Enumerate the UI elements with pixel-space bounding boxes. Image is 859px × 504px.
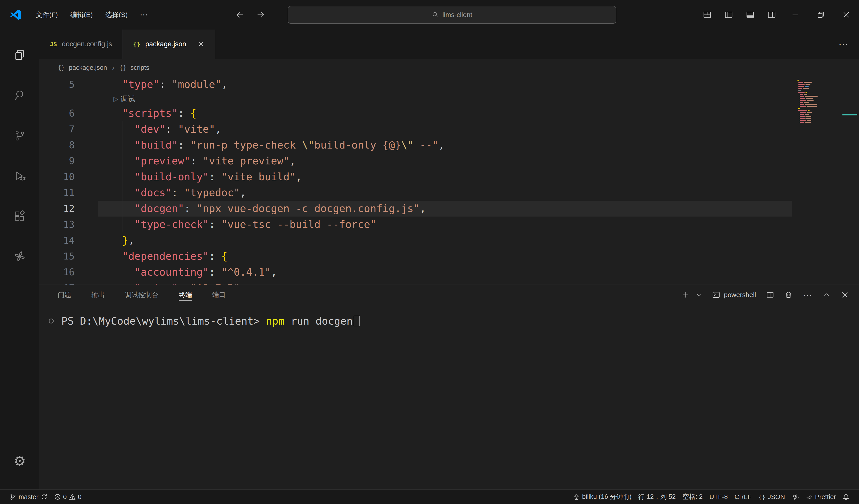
minimize-button[interactable] (782, 0, 808, 30)
activity-extensions[interactable] (0, 196, 40, 236)
activity-source-control[interactable] (0, 115, 40, 156)
encoding-text: UTF-8 (709, 493, 728, 501)
editor-actions-more[interactable]: ⋯ (828, 30, 859, 59)
trash-icon[interactable] (784, 290, 793, 299)
notifications-item[interactable] (839, 493, 853, 500)
code-line-14[interactable]: 14 }, (40, 233, 792, 248)
minimap-mark (804, 82, 812, 83)
line-number: 5 (40, 77, 75, 92)
javascript-file-icon: JS (50, 41, 57, 48)
line-content: "docgen": "npx vue-docgen -c docgen.conf… (110, 201, 426, 217)
close-window-button[interactable] (833, 0, 859, 30)
terminal-output[interactable]: PS D:\MyCode\wylims\lims-client> npm run… (40, 305, 859, 489)
chevron-up-icon[interactable] (822, 290, 831, 299)
code-line-12[interactable]: 12 "docgen": "npx vue-docgen -c docgen.c… (40, 201, 792, 217)
settings-gear-button[interactable]: ⚙ (0, 441, 40, 481)
minimap-mark (798, 88, 802, 89)
line-content: "build": "run-p type-check \"build-only … (110, 137, 444, 153)
panel-tab-debug-console[interactable]: 调试控制台 (125, 285, 159, 305)
split-terminal-icon[interactable] (766, 290, 774, 299)
line-content: "type": "module", (110, 77, 227, 92)
branch-status-item[interactable]: master (6, 490, 51, 504)
panel-tab-terminal[interactable]: 终端 (179, 285, 192, 305)
encoding-item[interactable]: UTF-8 (706, 493, 731, 501)
formatter-status-item[interactable]: Prettier (803, 493, 839, 501)
new-terminal-plus-icon[interactable] (681, 290, 690, 299)
warning-icon (69, 493, 76, 500)
panel-tab-problems[interactable]: 问题 (58, 285, 71, 305)
tab-docgen-config-js[interactable]: JS docgen.config.js (40, 30, 123, 59)
minimap-mark (808, 110, 810, 111)
activity-search[interactable] (0, 75, 40, 115)
line-content: "docs": "typedoc", (110, 185, 246, 201)
code-line-11[interactable]: 11 "docs": "typedoc", (40, 185, 792, 201)
tab-package-json[interactable]: {} package.json (123, 30, 215, 59)
eol-item[interactable]: CRLF (731, 493, 755, 501)
language-mode-item[interactable]: {} JSON (755, 493, 788, 501)
activity-bar: ⚙ (0, 30, 40, 489)
close-panel-icon[interactable] (841, 290, 849, 299)
problems-status-item[interactable]: 0 0 (51, 490, 85, 504)
blame-status-item[interactable]: billku (16 分钟前) (570, 492, 635, 501)
toggle-primary-sidebar-button[interactable] (718, 0, 739, 30)
forward-arrow-icon[interactable] (256, 10, 265, 19)
menu-edit[interactable]: 编辑(E) (64, 6, 99, 23)
line-number: 10 (40, 169, 75, 185)
minimap-mark (800, 118, 804, 119)
command-center-search[interactable]: lims-client (288, 6, 616, 24)
code-line-17[interactable]: 17 "axios": "^1.7.2", (40, 280, 792, 285)
minimap-mark (805, 92, 807, 93)
line-content: "build-only": "vite build", (110, 169, 302, 185)
breadcrumb-item-file[interactable]: package.json (69, 64, 107, 72)
line-content: "type-check": "vue-tsc --build --force" (110, 217, 376, 233)
code-line-8[interactable]: 8 "build": "run-p type-check \"build-onl… (40, 137, 792, 153)
breadcrumb-item-symbol[interactable]: scripts (131, 64, 149, 72)
extension-status-item[interactable] (788, 493, 803, 501)
code-editor[interactable]: 5 "type": "module",▷调试6 "scripts": {7 "d… (40, 77, 859, 285)
customize-layout-button[interactable] (696, 0, 718, 30)
panel-more-ellipsis[interactable]: ⋯ (802, 289, 812, 301)
activity-extension-custom[interactable] (0, 236, 40, 277)
panel-tab-ports[interactable]: 端口 (212, 285, 226, 305)
command-decoration-icon[interactable] (49, 318, 54, 324)
code-line-5[interactable]: 5 "type": "module", (40, 77, 792, 92)
cursor-position-item[interactable]: 行 12，列 52 (635, 492, 679, 501)
terminal-prompt: PS D:\MyCode\wylims\lims-client> (61, 315, 266, 327)
toggle-panel-button[interactable] (739, 0, 761, 30)
activity-explorer[interactable] (0, 35, 40, 75)
code-line-16[interactable]: 16 "accounting": "^0.4.1", (40, 264, 792, 280)
menu-file[interactable]: 文件(F) (30, 6, 64, 23)
code-line-13[interactable]: 13 "type-check": "vue-tsc --build --forc… (40, 217, 792, 233)
menu-selection[interactable]: 选择(S) (99, 6, 134, 23)
activity-run-debug[interactable] (0, 156, 40, 196)
restore-button[interactable] (808, 0, 833, 30)
formatter-text: Prettier (815, 493, 836, 501)
terminal-profile-item[interactable]: powershell (712, 290, 756, 299)
close-icon (842, 11, 850, 19)
code-line-10[interactable]: 10 "build-only": "vite build", (40, 169, 792, 185)
minimap-mark (807, 112, 812, 113)
code-line-15[interactable]: 15 "dependencies": { (40, 248, 792, 264)
blame-text: billku (16 分钟前) (582, 492, 632, 501)
code-line-7[interactable]: 7 "dev": "vite", (40, 121, 792, 137)
minimap-mark (800, 106, 807, 107)
close-tab-icon[interactable] (197, 40, 205, 48)
json-symbol-icon: {} (58, 64, 65, 71)
panel-tab-output[interactable]: 输出 (91, 285, 105, 305)
minimap-mark (798, 90, 801, 91)
indentation-item[interactable]: 空格: 2 (679, 492, 706, 501)
toggle-secondary-sidebar-button[interactable] (761, 0, 782, 30)
chevron-down-icon[interactable] (696, 292, 702, 298)
layout-sidebar-right-icon (767, 10, 776, 19)
code-line-9[interactable]: 9 "preview": "vite preview", (40, 153, 792, 169)
terminal-cursor (354, 316, 360, 326)
menu-more-ellipsis[interactable]: ⋯ (134, 10, 154, 19)
back-arrow-icon[interactable] (236, 10, 244, 19)
minimap-mark (805, 86, 809, 87)
minimap[interactable] (796, 78, 824, 204)
search-icon (432, 11, 439, 18)
customize-layout-icon (703, 10, 712, 19)
code-line-6[interactable]: 6 "scripts": { (40, 105, 792, 121)
layout-sidebar-left-icon (724, 10, 733, 19)
codelens-debug[interactable]: ▷调试 (40, 92, 792, 105)
